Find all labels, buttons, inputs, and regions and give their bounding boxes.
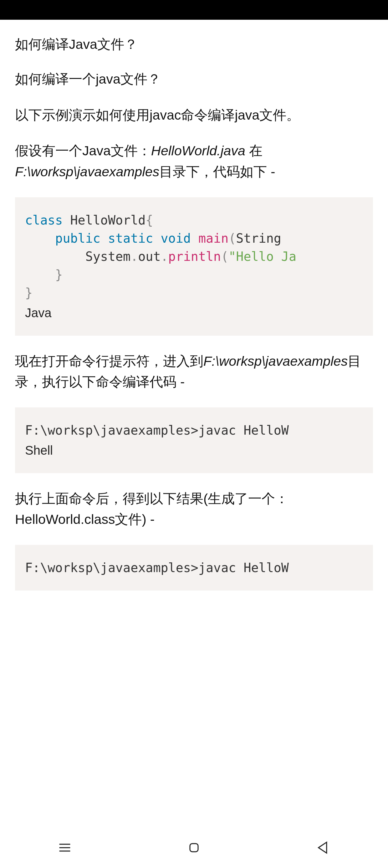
intro-desc: 以下示例演示如何使用javac命令编译java文件。 (15, 104, 373, 126)
code-block-java: class HelloWorld{ public static void mai… (15, 197, 373, 336)
code-block-shell: F:\worksp\javaexamples>javac HelloW Shel… (15, 407, 373, 473)
kw-static: static (108, 231, 153, 246)
result-para: 执行上面命令后，得到以下结果(生成了一个：HelloWorld.class文件)… (15, 488, 373, 530)
assume-para: 假设有一个Java文件：HelloWorld.java 在 F:\worksp\… (15, 140, 373, 182)
out: out (138, 249, 161, 264)
status-bar (0, 0, 388, 20)
string-literal: "Hello Ja (228, 249, 296, 264)
intro-question: 如何编译一个java文件？ (15, 69, 373, 90)
text: 在 (245, 143, 262, 158)
shell-line: F:\worksp\javaexamples>javac HelloW (25, 560, 289, 575)
text: 现在打开命令行提示符，进入到 (15, 353, 203, 369)
code-lang-label: Shell (25, 441, 363, 459)
filename: HelloWorld.java (151, 143, 245, 158)
dirpath: F:\worksp\javaexamples (203, 353, 348, 369)
cmd-para: 现在打开命令行提示符，进入到F:\worksp\javaexamples目录，执… (15, 351, 373, 392)
sys: System (86, 249, 131, 264)
classname: HelloWorld (63, 213, 146, 227)
dot: . (161, 249, 168, 264)
brace-close: } (55, 268, 63, 282)
brace-close: } (25, 286, 33, 300)
fn-println: println (168, 249, 221, 264)
code-lang-label: Java (25, 304, 363, 322)
fn-main: main (198, 231, 228, 246)
dot: . (130, 249, 138, 264)
text: 目录下，代码如下 - (159, 164, 275, 179)
kw-class: class (25, 213, 63, 227)
code-block-result: F:\worksp\javaexamples>javac HelloW (15, 545, 373, 591)
kw-public: public (55, 231, 100, 246)
page-title: 如何编译Java文件？ (15, 35, 373, 54)
brace-open: { (146, 213, 153, 227)
kw-void: void (161, 231, 191, 246)
shell-line: F:\worksp\javaexamples>javac HelloW (25, 423, 289, 437)
article-content: 如何编译Java文件？ 如何编译一个java文件？ 以下示例演示如何使用java… (0, 20, 388, 653)
dirpath: F:\worksp\javaexamples (15, 164, 159, 179)
text: 假设有一个Java文件： (15, 143, 151, 158)
paren-open: ( (221, 249, 228, 264)
paren-open: ( (228, 231, 236, 246)
arg-type: String (236, 231, 289, 246)
